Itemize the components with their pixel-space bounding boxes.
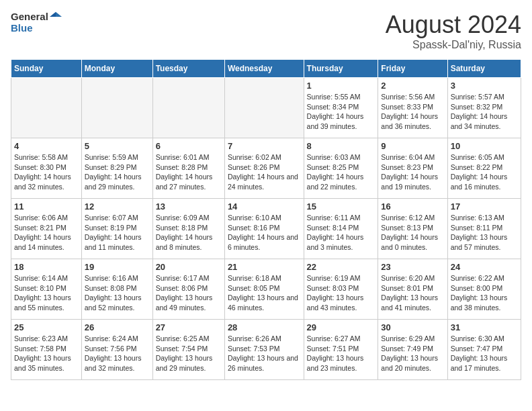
day-number: 19 — [85, 262, 150, 272]
table-row: 21Sunrise: 6:18 AMSunset: 8:05 PMDayligh… — [224, 259, 304, 320]
table-row: 1Sunrise: 5:55 AMSunset: 8:34 PMDaylight… — [304, 78, 378, 138]
day-number: 5 — [85, 141, 150, 151]
day-info: Sunrise: 6:19 AMSunset: 8:03 PMDaylight:… — [307, 273, 375, 313]
day-info: Sunrise: 6:14 AMSunset: 8:10 PMDaylight:… — [14, 273, 79, 313]
day-number: 22 — [307, 262, 375, 272]
table-row: 9Sunrise: 6:04 AMSunset: 8:23 PMDaylight… — [378, 138, 447, 199]
table-row — [81, 78, 152, 138]
day-info: Sunrise: 5:57 AMSunset: 8:32 PMDaylight:… — [451, 92, 518, 132]
day-info: Sunrise: 6:27 AMSunset: 7:51 PMDaylight:… — [307, 334, 375, 373]
day-info: Sunrise: 6:03 AMSunset: 8:25 PMDaylight:… — [307, 152, 375, 192]
table-row: 6Sunrise: 6:01 AMSunset: 8:28 PMDaylight… — [152, 138, 224, 199]
week-row-5: 25Sunrise: 6:23 AMSunset: 7:58 PMDayligh… — [11, 320, 521, 380]
day-info: Sunrise: 6:02 AMSunset: 8:26 PMDaylight:… — [228, 152, 301, 192]
day-info: Sunrise: 6:25 AMSunset: 7:54 PMDaylight:… — [156, 334, 222, 373]
calendar-table: Sunday Monday Tuesday Wednesday Thursday… — [11, 59, 521, 380]
table-row — [152, 78, 224, 138]
day-number: 16 — [381, 201, 444, 212]
table-row: 13Sunrise: 6:09 AMSunset: 8:18 PMDayligh… — [152, 199, 224, 259]
day-number: 7 — [228, 141, 301, 151]
table-row: 3Sunrise: 5:57 AMSunset: 8:32 PMDaylight… — [447, 78, 521, 138]
col-monday: Monday — [81, 60, 152, 78]
day-number: 12 — [85, 201, 150, 212]
day-number: 28 — [228, 322, 301, 332]
day-info: Sunrise: 6:24 AMSunset: 7:56 PMDaylight:… — [85, 334, 150, 373]
table-row — [224, 78, 304, 138]
table-row: 30Sunrise: 6:29 AMSunset: 7:49 PMDayligh… — [378, 320, 447, 380]
week-row-3: 11Sunrise: 6:06 AMSunset: 8:21 PMDayligh… — [11, 199, 521, 259]
day-number: 8 — [307, 141, 375, 151]
day-number: 4 — [14, 141, 79, 151]
day-info: Sunrise: 6:13 AMSunset: 8:11 PMDaylight:… — [451, 213, 518, 253]
svg-marker-0 — [56, 12, 62, 17]
day-number: 27 — [156, 322, 222, 332]
day-number: 30 — [381, 322, 444, 332]
calendar-title: August 2024 — [386, 11, 521, 39]
day-number: 14 — [228, 201, 301, 212]
table-row: 2Sunrise: 5:56 AMSunset: 8:33 PMDaylight… — [378, 78, 447, 138]
day-info: Sunrise: 6:10 AMSunset: 8:16 PMDaylight:… — [228, 213, 301, 253]
table-row: 20Sunrise: 6:17 AMSunset: 8:06 PMDayligh… — [152, 259, 224, 320]
col-tuesday: Tuesday — [152, 60, 224, 78]
table-row: 7Sunrise: 6:02 AMSunset: 8:26 PMDaylight… — [224, 138, 304, 199]
day-number: 6 — [156, 141, 222, 151]
day-info: Sunrise: 6:17 AMSunset: 8:06 PMDaylight:… — [156, 273, 222, 313]
day-info: Sunrise: 6:05 AMSunset: 8:22 PMDaylight:… — [451, 152, 518, 192]
day-info: Sunrise: 5:55 AMSunset: 8:34 PMDaylight:… — [307, 92, 375, 132]
table-row: 23Sunrise: 6:20 AMSunset: 8:01 PMDayligh… — [378, 259, 447, 320]
col-sunday: Sunday — [11, 60, 82, 78]
col-friday: Friday — [378, 60, 447, 78]
day-number: 18 — [14, 262, 79, 272]
header: General Blue August 2024 Spassk-Dal'niy,… — [11, 11, 521, 51]
svg-marker-1 — [50, 12, 56, 17]
day-info: Sunrise: 6:18 AMSunset: 8:05 PMDaylight:… — [228, 273, 301, 313]
day-info: Sunrise: 6:12 AMSunset: 8:13 PMDaylight:… — [381, 213, 444, 253]
table-row: 29Sunrise: 6:27 AMSunset: 7:51 PMDayligh… — [304, 320, 378, 380]
week-row-4: 18Sunrise: 6:14 AMSunset: 8:10 PMDayligh… — [11, 259, 521, 320]
day-info: Sunrise: 6:23 AMSunset: 7:58 PMDaylight:… — [14, 334, 79, 373]
day-info: Sunrise: 6:22 AMSunset: 8:00 PMDaylight:… — [451, 273, 518, 313]
day-number: 13 — [156, 201, 222, 212]
day-info: Sunrise: 6:04 AMSunset: 8:23 PMDaylight:… — [381, 152, 444, 192]
day-number: 10 — [451, 141, 518, 151]
day-info: Sunrise: 6:06 AMSunset: 8:21 PMDaylight:… — [14, 213, 79, 253]
day-number: 23 — [381, 262, 444, 272]
day-number: 17 — [451, 201, 518, 212]
week-row-2: 4Sunrise: 5:58 AMSunset: 8:30 PMDaylight… — [11, 138, 521, 199]
table-row: 24Sunrise: 6:22 AMSunset: 8:00 PMDayligh… — [447, 259, 521, 320]
table-row: 17Sunrise: 6:13 AMSunset: 8:11 PMDayligh… — [447, 199, 521, 259]
logo-blue: Blue — [11, 23, 62, 34]
table-row: 31Sunrise: 6:30 AMSunset: 7:47 PMDayligh… — [447, 320, 521, 380]
day-info: Sunrise: 5:59 AMSunset: 8:29 PMDaylight:… — [85, 152, 150, 192]
day-number: 20 — [156, 262, 222, 272]
day-number: 3 — [451, 81, 518, 91]
day-info: Sunrise: 5:56 AMSunset: 8:33 PMDaylight:… — [381, 92, 444, 132]
day-number: 15 — [307, 201, 375, 212]
day-number: 25 — [14, 322, 79, 332]
day-number: 31 — [451, 322, 518, 332]
week-row-1: 1Sunrise: 5:55 AMSunset: 8:34 PMDaylight… — [11, 78, 521, 138]
table-row: 14Sunrise: 6:10 AMSunset: 8:16 PMDayligh… — [224, 199, 304, 259]
day-info: Sunrise: 6:20 AMSunset: 8:01 PMDaylight:… — [381, 273, 444, 313]
col-wednesday: Wednesday — [224, 60, 304, 78]
day-info: Sunrise: 6:07 AMSunset: 8:19 PMDaylight:… — [85, 213, 150, 253]
logo: General Blue — [11, 11, 62, 34]
col-saturday: Saturday — [447, 60, 521, 78]
table-row: 12Sunrise: 6:07 AMSunset: 8:19 PMDayligh… — [81, 199, 152, 259]
title-area: August 2024 Spassk-Dal'niy, Russia — [386, 11, 521, 51]
table-row: 15Sunrise: 6:11 AMSunset: 8:14 PMDayligh… — [304, 199, 378, 259]
day-number: 11 — [14, 201, 79, 212]
col-thursday: Thursday — [304, 60, 378, 78]
day-info: Sunrise: 6:16 AMSunset: 8:08 PMDaylight:… — [85, 273, 150, 313]
day-number: 2 — [381, 81, 444, 91]
table-row: 28Sunrise: 6:26 AMSunset: 7:53 PMDayligh… — [224, 320, 304, 380]
table-row: 5Sunrise: 5:59 AMSunset: 8:29 PMDaylight… — [81, 138, 152, 199]
day-info: Sunrise: 6:30 AMSunset: 7:47 PMDaylight:… — [451, 334, 518, 373]
table-row: 25Sunrise: 6:23 AMSunset: 7:58 PMDayligh… — [11, 320, 82, 380]
table-row: 18Sunrise: 6:14 AMSunset: 8:10 PMDayligh… — [11, 259, 82, 320]
day-info: Sunrise: 6:09 AMSunset: 8:18 PMDaylight:… — [156, 213, 222, 253]
day-info: Sunrise: 6:01 AMSunset: 8:28 PMDaylight:… — [156, 152, 222, 192]
table-row: 10Sunrise: 6:05 AMSunset: 8:22 PMDayligh… — [447, 138, 521, 199]
day-info: Sunrise: 6:11 AMSunset: 8:14 PMDaylight:… — [307, 213, 375, 253]
day-number: 29 — [307, 322, 375, 332]
